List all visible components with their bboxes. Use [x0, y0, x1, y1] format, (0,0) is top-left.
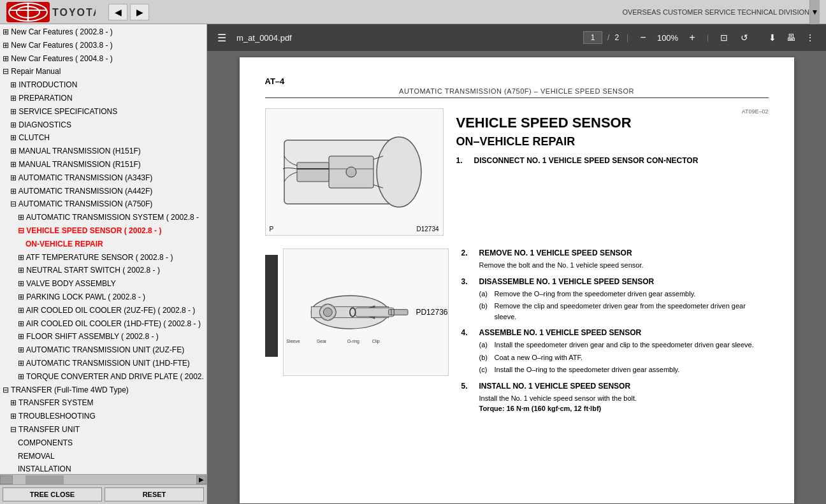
tree-item-new-car-2003[interactable]: ⊞ New Car Features ( 2003.8 - ): [0, 39, 207, 52]
svg-text:Clip: Clip: [372, 339, 379, 344]
tree-item-repair-manual[interactable]: ⊟ Repair Manual: [0, 65, 207, 78]
tree-item-transfer-full[interactable]: ⊟ TRANSFER (Full-Time 4WD Type): [0, 384, 207, 397]
diagram1-ref: D12734: [416, 226, 438, 233]
nav-forward-button[interactable]: ▶: [130, 4, 149, 20]
step-5: 5. INSTALL NO. 1 VEHICLE SPEED SENSOR In…: [461, 382, 769, 414]
tree-item-on-vehicle-repair[interactable]: ON-VEHICLE REPAIR: [0, 238, 207, 251]
nav-arrows: ◀ ▶: [108, 4, 149, 20]
pdf-page-input[interactable]: [583, 31, 602, 44]
tree-item-auto-a343f[interactable]: ⊞ AUTOMATIC TRANSMISSION (A343F): [0, 171, 207, 185]
svg-point-7: [377, 137, 421, 207]
page-subtitle: AUTOMATIC TRANSMISSION (A750F) – VEHICLE…: [265, 87, 769, 98]
step-3-title: DISASSEMBLE NO. 1 VEHICLE SPEED SENSOR: [479, 277, 655, 286]
tree-item-manual-r151f[interactable]: ⊞ MANUAL TRANSMISSION (R151F): [0, 158, 207, 171]
tree-item-auto-system[interactable]: ⊞ AUTOMATIC TRANSMISSION SYSTEM ( 2002.8…: [0, 211, 207, 224]
step-2: 2. REMOVE NO. 1 VEHICLE SPEED SENSOR Rem…: [461, 248, 769, 271]
tree-item-floor-shift[interactable]: ⊞ FLOOR SHIFT ASSEMBLY ( 2002.8 - ): [0, 330, 207, 343]
pdf-page-total: 2: [614, 33, 619, 42]
reset-button[interactable]: RESET: [105, 487, 204, 501]
top-right-label: OVERSEAS CUSTOMER SERVICE TECHNICAL DIVI…: [622, 8, 809, 16]
tree-item-valve-body[interactable]: ⊞ VALVE BODY ASSEMBLY: [0, 277, 207, 291]
tree-item-auto-unit-2uz[interactable]: ⊞ AUTOMATIC TRANSMISSION UNIT (2UZ-FE): [0, 343, 207, 357]
tree-item-diagnostics[interactable]: ⊞ DIAGNOSTICS: [0, 119, 207, 132]
svg-rect-19: [355, 308, 394, 317]
diagram-box-1: P D12734: [265, 108, 444, 236]
tree-item-air-cooled-1hd[interactable]: ⊞ AIR COOLED OIL COOLER (1HD-FTE) ( 2002…: [0, 317, 207, 331]
svg-text:Sleeve: Sleeve: [286, 339, 300, 343]
tree-item-new-car-2002[interactable]: ⊞ New Car Features ( 2002.8 - ): [0, 25, 207, 39]
bottom-section: Sleeve Gear O-ring Clip P D12736: [265, 248, 769, 421]
tree-item-auto-a750f[interactable]: ⊟ AUTOMATIC TRANSMISSION (A750F): [0, 198, 207, 211]
bottom-buttons: TREE CLOSE RESET: [0, 484, 207, 504]
tree-item-installation[interactable]: INSTALLATION: [0, 463, 207, 474]
tree-item-introduction[interactable]: ⊞ INTRODUCTION: [0, 78, 207, 92]
print-button[interactable]: 🖶: [783, 31, 799, 44]
nav-back-button[interactable]: ◀: [108, 4, 127, 20]
step-1-title: DISCONNECT NO. 1 VEHICLE SPEED SENSOR CO…: [474, 156, 699, 165]
tree-close-button[interactable]: TREE CLOSE: [3, 487, 102, 501]
download-button[interactable]: ⬇: [765, 31, 780, 44]
pdf-menu-icon[interactable]: ☰: [215, 29, 229, 47]
pdf-page: AT–4 AUTOMATIC TRANSMISSION (A750F) – VE…: [240, 57, 794, 503]
diagram1-label: P: [270, 226, 274, 233]
pdf-page-controls: / 2 | − 100% + | ⊡ ↺: [583, 31, 752, 45]
pdf-content-area[interactable]: AT–4 AUTOMATIC TRANSMISSION (A750F) – VE…: [207, 51, 826, 504]
tree-item-transfer-system[interactable]: ⊞ TRANSFER SYSTEM: [0, 396, 207, 410]
more-button[interactable]: ⋮: [802, 31, 818, 44]
svg-text:TOYOTA: TOYOTA: [52, 7, 96, 18]
tree-item-new-car-2004[interactable]: ⊞ New Car Features ( 2004.8 - ): [0, 52, 207, 66]
diagram2-ref: D12736: [421, 308, 447, 317]
toyota-logo: TOYOTA: [6, 2, 96, 22]
svg-point-10: [346, 167, 356, 177]
tree-item-clutch[interactable]: ⊞ CLUTCH: [0, 131, 207, 145]
tree-item-components[interactable]: COMPONENTS: [0, 436, 207, 450]
zoom-value: 100%: [655, 33, 681, 43]
side-mark: [265, 255, 278, 357]
tree-item-transfer-unit[interactable]: ⊟ TRANSFER UNIT: [0, 423, 207, 436]
horiz-scroll-thumb[interactable]: [25, 475, 64, 484]
tree-item-auto-a442f[interactable]: ⊞ AUTOMATIC TRANSMISSION (A442F): [0, 185, 207, 198]
text-content: AT09E–02 VEHICLE SPEED SENSOR ON–VEHICLE…: [456, 108, 769, 236]
step-4-title: ASSEMBLE NO. 1 VEHICLE SPEED SENSOR: [479, 328, 642, 337]
step-3-num: 3.: [461, 277, 474, 286]
step-5-num: 5.: [461, 382, 474, 391]
tree-item-removal[interactable]: REMOVAL: [0, 450, 207, 463]
tree-item-auto-unit-1hd[interactable]: ⊞ AUTOMATIC TRANSMISSION UNIT (1HD-FTE): [0, 357, 207, 370]
diagram2-label: P: [416, 308, 421, 317]
fit-page-button[interactable]: ⊡: [716, 31, 732, 44]
steps-content: 2. REMOVE NO. 1 VEHICLE SPEED SENSOR Rem…: [461, 248, 769, 421]
step-4-num: 4.: [461, 328, 474, 337]
pdf-viewer: ☰ m_at_0004.pdf / 2 | − 100% + | ⊡ ↺ ⬇ 🖶…: [207, 24, 826, 504]
tree-item-manual-h151f[interactable]: ⊞ MANUAL TRANSMISSION (H151F): [0, 145, 207, 158]
zoom-out-button[interactable]: −: [636, 31, 649, 45]
zoom-in-button[interactable]: +: [686, 31, 699, 45]
tree-item-troubleshooting[interactable]: ⊞ TROUBLESHOOTING: [0, 410, 207, 423]
step-2-title: REMOVE NO. 1 VEHICLE SPEED SENSOR: [479, 248, 632, 257]
tree-content[interactable]: ⊞ New Car Features ( 2002.8 - )⊞ New Car…: [0, 24, 207, 474]
tree-item-atf-temp[interactable]: ⊞ ATF TEMPERATURE SENSOR ( 2002.8 - ): [0, 251, 207, 264]
rotate-button[interactable]: ↺: [737, 31, 752, 44]
step-4: 4. ASSEMBLE NO. 1 VEHICLE SPEED SENSOR (…: [461, 328, 769, 375]
pdf-toolbar: ☰ m_at_0004.pdf / 2 | − 100% + | ⊡ ↺ ⬇ 🖶…: [207, 24, 826, 51]
top-bar: TOYOTA ◀ ▶ OVERSEAS CUSTOMER SERVICE TEC…: [0, 0, 826, 24]
tree-item-neutral-start[interactable]: ⊞ NEUTRAL START SWITCH ( 2002.8 - ): [0, 264, 207, 277]
tree-item-preparation[interactable]: ⊞ PREPARATION: [0, 92, 207, 105]
top-scrollbar[interactable]: ▼: [809, 0, 820, 24]
step-3-body: (a) Remove the O–ring from the speedomet…: [461, 289, 769, 322]
tree-item-vehicle-speed-sensor[interactable]: ⊟ VEHICLE SPEED SENSOR ( 2002.8 - ): [0, 224, 207, 238]
tree-item-air-cooled-2uz[interactable]: ⊞ AIR COOLED OIL COOLER (2UZ-FE) ( 2002.…: [0, 304, 207, 317]
page-label: AT–4: [265, 76, 769, 86]
main-content: ⊞ New Car Features ( 2002.8 - )⊞ New Car…: [0, 24, 826, 504]
content-columns: P D12734 AT09E–02 VEHICLE SPEED SENSOR O…: [265, 108, 769, 236]
doc-subtitle: ON–VEHICLE REPAIR: [456, 135, 769, 148]
svg-text:O-ring: O-ring: [347, 339, 359, 344]
horiz-scrollbar[interactable]: ▶: [0, 474, 207, 484]
tree-item-torque-conv[interactable]: ⊞ TORQUE CONVERTER AND DRIVE PLATE ( 200…: [0, 370, 207, 384]
step-5-body: Install the No. 1 vehicle speed sensor w…: [461, 393, 769, 414]
step-4-body: (a) Install the speedometer driven gear …: [461, 340, 769, 375]
bottom-left: Sleeve Gear O-ring Clip P D12736: [265, 248, 449, 421]
step-2-num: 2.: [461, 248, 474, 257]
tree-item-parking-lock[interactable]: ⊞ PARKING LOCK PAWL ( 2002.8 - ): [0, 291, 207, 304]
tree-item-service-spec[interactable]: ⊞ SERVICE SPECIFICATIONS: [0, 105, 207, 119]
step-3: 3. DISASSEMBLE NO. 1 VEHICLE SPEED SENSO…: [461, 277, 769, 322]
